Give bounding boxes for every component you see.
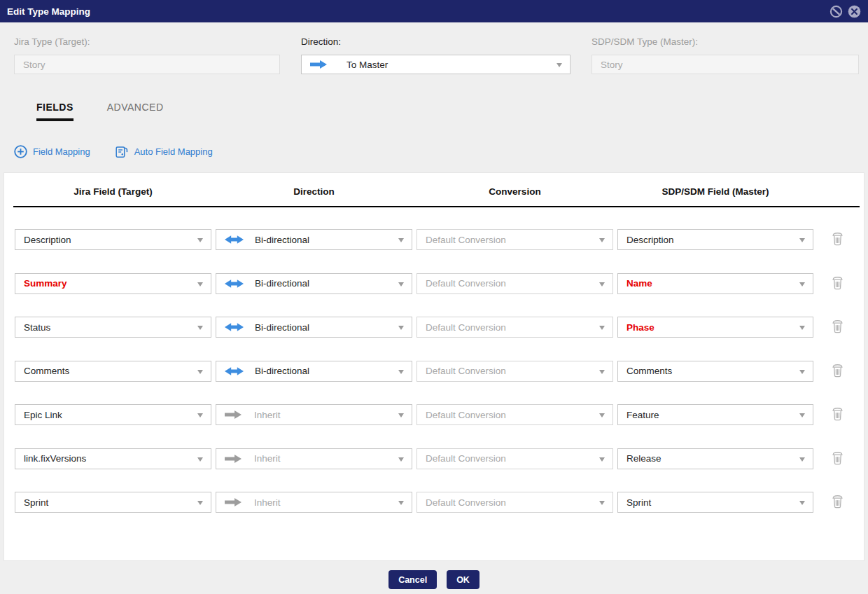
bidirectional-arrow-icon xyxy=(225,279,244,289)
tab-fields[interactable]: FIELDS xyxy=(36,102,74,121)
conversion-value: Default Conversion xyxy=(426,453,506,464)
jira-field-select[interactable]: Epic Link xyxy=(15,404,211,425)
jira-field-select[interactable]: Sprint xyxy=(15,492,211,513)
field-mapping-row: Epic Link Inherit Default Conversion Fea… xyxy=(4,404,864,425)
chevron-down-icon xyxy=(197,501,203,505)
direction-value: Inherit xyxy=(254,453,281,464)
field-mapping-row: Sprint Inherit Default Conversion Sprint xyxy=(4,492,864,513)
conversion-value: Default Conversion xyxy=(426,278,506,289)
conversion-value: Default Conversion xyxy=(426,410,506,420)
delete-row-button[interactable] xyxy=(831,494,844,509)
chevron-down-icon xyxy=(799,457,805,462)
sdp-field-select[interactable]: Feature xyxy=(617,404,813,425)
field-mapping-table: Jira Field (Target) Direction Conversion… xyxy=(4,172,864,561)
disable-icon[interactable] xyxy=(830,5,843,18)
column-header-direction: Direction xyxy=(216,186,412,197)
sdp-field-select[interactable]: Phase xyxy=(617,317,813,338)
jira-type-label: Jira Type (Target): xyxy=(14,36,280,47)
chevron-down-icon xyxy=(799,501,805,505)
row-direction-select[interactable]: Inherit xyxy=(216,492,412,513)
dialog-footer: Cancel OK xyxy=(0,570,868,589)
chevron-down-icon xyxy=(799,413,805,417)
delete-row-button[interactable] xyxy=(831,275,844,290)
sdp-field-select[interactable]: Comments xyxy=(617,361,813,382)
conversion-select[interactable]: Default Conversion xyxy=(416,361,613,382)
sdp-type-label: SDP/SDM Type (Master): xyxy=(592,36,859,47)
field-mapping-row: Description Bi-directional Default Conve… xyxy=(4,229,864,250)
cancel-button[interactable]: Cancel xyxy=(388,570,437,589)
circle-plus-icon xyxy=(14,145,27,158)
jira-field-select[interactable]: Description xyxy=(15,229,211,250)
jira-field-value: Sprint xyxy=(24,497,48,508)
delete-row-button[interactable] xyxy=(831,363,844,378)
sdp-field-value: Name xyxy=(626,278,652,289)
column-header-sdp-field: SDP/SDM Field (Master) xyxy=(617,186,813,197)
conversion-value: Default Conversion xyxy=(426,366,506,376)
chevron-down-icon xyxy=(398,238,404,242)
row-direction-select[interactable]: Bi-directional xyxy=(216,273,412,294)
close-icon[interactable] xyxy=(848,5,861,18)
sdp-field-select[interactable]: Release xyxy=(617,448,813,469)
bidirectional-arrow-icon xyxy=(225,235,244,244)
direction-select[interactable]: To Master xyxy=(301,55,570,74)
delete-row-button[interactable] xyxy=(831,231,844,246)
jira-field-value: Epic Link xyxy=(24,410,62,420)
chevron-down-icon xyxy=(398,501,404,505)
jira-field-select[interactable]: Summary xyxy=(15,273,211,294)
auto-field-mapping-button[interactable]: Auto Field Mapping xyxy=(114,144,213,159)
sdp-field-value: Description xyxy=(626,235,674,245)
tab-advanced[interactable]: ADVANCED xyxy=(107,102,164,121)
column-header-conversion: Conversion xyxy=(416,186,613,197)
conversion-select[interactable]: Default Conversion xyxy=(416,229,613,250)
direction-value: Bi-directional xyxy=(255,235,309,245)
right-arrow-icon xyxy=(310,60,328,69)
add-field-mapping-button[interactable]: Field Mapping xyxy=(14,145,90,158)
jira-field-value: link.fixVersions xyxy=(24,453,86,464)
dialog-titlebar: Edit Type Mapping xyxy=(0,0,868,22)
trash-icon xyxy=(831,406,844,421)
chevron-down-icon xyxy=(197,370,203,374)
auto-field-mapping-label: Auto Field Mapping xyxy=(134,146,213,157)
conversion-select[interactable]: Default Conversion xyxy=(416,273,613,294)
delete-row-button[interactable] xyxy=(831,319,844,333)
trash-icon xyxy=(831,231,844,246)
chevron-down-icon xyxy=(599,413,605,417)
trash-icon xyxy=(831,363,844,378)
conversion-select[interactable]: Default Conversion xyxy=(416,317,613,338)
conversion-select[interactable]: Default Conversion xyxy=(416,492,613,513)
sdp-field-select[interactable]: Name xyxy=(617,273,813,294)
chevron-down-icon xyxy=(197,457,203,462)
row-direction-select[interactable]: Bi-directional xyxy=(216,317,412,338)
trash-icon xyxy=(831,275,844,290)
row-direction-select[interactable]: Inherit xyxy=(216,448,412,469)
row-direction-select[interactable]: Bi-directional xyxy=(216,361,412,382)
column-header-jira-field: Jira Field (Target) xyxy=(15,186,211,197)
jira-field-select[interactable]: Comments xyxy=(15,361,211,382)
chevron-down-icon xyxy=(599,282,605,286)
ok-button[interactable]: OK xyxy=(447,570,479,589)
dialog-title: Edit Type Mapping xyxy=(7,6,90,17)
direction-value: Bi-directional xyxy=(255,322,309,333)
header-divider xyxy=(13,206,860,207)
sdp-field-select[interactable]: Sprint xyxy=(617,492,813,513)
conversion-select[interactable]: Default Conversion xyxy=(416,448,613,469)
conversion-select[interactable]: Default Conversion xyxy=(416,404,613,425)
chevron-down-icon xyxy=(799,370,805,374)
row-direction-select[interactable]: Bi-directional xyxy=(216,229,412,250)
delete-row-button[interactable] xyxy=(831,406,844,421)
sdp-field-select[interactable]: Description xyxy=(617,229,813,250)
chevron-down-icon xyxy=(599,501,605,505)
jira-type-input: Story xyxy=(14,55,280,74)
bidirectional-arrow-icon xyxy=(225,366,244,376)
row-direction-select[interactable]: Inherit xyxy=(216,404,412,425)
chevron-down-icon xyxy=(398,413,404,417)
chevron-down-icon xyxy=(398,326,404,330)
chevron-down-icon xyxy=(398,370,404,374)
delete-row-button[interactable] xyxy=(831,450,844,465)
chevron-down-icon xyxy=(599,370,605,374)
jira-field-select[interactable]: link.fixVersions xyxy=(15,448,211,469)
direction-value: Bi-directional xyxy=(255,278,309,289)
jira-field-select[interactable]: Status xyxy=(15,317,211,338)
chevron-down-icon xyxy=(799,326,805,330)
right-arrow-icon xyxy=(225,497,243,507)
